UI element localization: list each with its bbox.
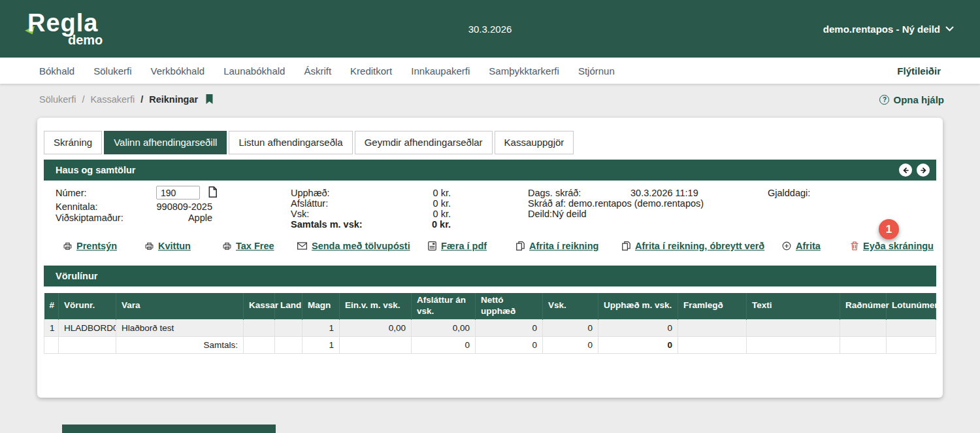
chevron-down-icon xyxy=(945,26,954,31)
col-header-unit-price-incl-vat: Ein.v. m. vsk. xyxy=(340,293,412,319)
tab-skraning[interactable]: Skráning xyxy=(44,131,102,154)
date-registered-value: 30.3.2026 11:19 xyxy=(630,188,698,198)
cell-index xyxy=(44,336,59,353)
question-circle-icon: ? xyxy=(879,95,889,105)
copy-to-invoice-link[interactable]: Afrita í reikning xyxy=(516,241,598,251)
breadcrumb-kassakerfi[interactable]: Kassakerfi xyxy=(90,94,135,105)
trash-icon xyxy=(851,241,858,251)
totals-label: Samtals: xyxy=(116,336,244,353)
tab-listun-afhendingarsedla[interactable]: Listun afhendingarseðla xyxy=(229,131,352,154)
copy-icon xyxy=(622,241,630,251)
plus-circle-icon xyxy=(782,241,791,251)
print-preview-label: Prentsýn xyxy=(76,241,117,251)
col-header-text: Texti xyxy=(747,293,840,319)
col-header-net-amount: Nettó upphæð xyxy=(476,293,543,319)
open-help-link[interactable]: ? Opna hjálp xyxy=(879,94,944,105)
delete-record-link[interactable]: Eyða skráningu xyxy=(851,241,934,251)
nav-item-askrift[interactable]: Áskrift xyxy=(304,65,331,77)
previous-record-button[interactable] xyxy=(899,164,912,177)
printer-icon xyxy=(145,242,154,251)
receipt-link[interactable]: Kvittun xyxy=(145,241,191,251)
cell-discount: 0,00 xyxy=(412,319,476,336)
nav-item-kreditkort[interactable]: Kreditkort xyxy=(350,65,392,77)
footer-bar-partial xyxy=(62,424,276,433)
cell-vat: 0 xyxy=(543,319,598,336)
table-row[interactable]: 1 HLADBORD01 Hlaðborð test 1 0,00 0,00 0… xyxy=(44,319,936,336)
reload-record-icon[interactable] xyxy=(208,186,217,199)
next-record-button[interactable] xyxy=(917,164,930,177)
nav-item-stjornun[interactable]: Stjórnun xyxy=(578,65,615,77)
print-preview-link[interactable]: Prentsýn xyxy=(63,241,117,251)
cell-country xyxy=(275,319,302,336)
col-header-margin: Framlegð xyxy=(678,293,747,319)
breadcrumb-separator: / xyxy=(82,94,84,105)
date-registered-label: Dags. skráð: xyxy=(528,188,581,198)
tab-valinn-afhendingarsedill[interactable]: Valinn afhendingarseðill xyxy=(104,131,227,154)
copy-icon xyxy=(516,241,525,251)
invoice-panel: Skráning Valinn afhendingarseðill Listun… xyxy=(37,118,943,398)
cell-text xyxy=(747,319,840,336)
envelope-icon xyxy=(297,242,307,250)
discount-label: Afsláttur: xyxy=(291,198,328,209)
receipt-label: Kvittun xyxy=(158,241,191,251)
header-totals-title: Haus og samtölur xyxy=(56,165,135,175)
shortcuts-link[interactable]: Flýtileiðir xyxy=(897,65,941,77)
tab-geymdir-afhendingarsedlar[interactable]: Geymdir afhendingarseðlar xyxy=(355,131,493,154)
record-nav-arrows xyxy=(899,164,930,177)
col-header-product-number: Vörunr. xyxy=(59,293,116,319)
bookmark-icon[interactable] xyxy=(204,94,214,107)
nav-item-innkaupakerfi[interactable]: Innkaupakerfi xyxy=(411,65,470,77)
copy-to-invoice-same-price-link[interactable]: Afrita í reikning, óbreytt verð xyxy=(622,241,764,251)
export-pdf-label: Færa í pdf xyxy=(441,241,487,251)
due-date-label: Gjalddagi: xyxy=(768,188,810,198)
number-input[interactable] xyxy=(156,186,200,199)
user-menu[interactable]: demo.rentapos - Ný deild xyxy=(823,24,954,35)
cell-amount-incl-vat: 0 xyxy=(598,319,678,336)
cell-quantity-total: 1 xyxy=(302,336,340,353)
cell-margin xyxy=(678,319,747,336)
cell-lot-number xyxy=(887,319,936,336)
nav-item-verkbokhald[interactable]: Verkbókhald xyxy=(151,65,205,77)
discount-value: 0 kr. xyxy=(433,198,451,209)
cell-quantity: 1 xyxy=(302,319,340,336)
national-id-label: Kennitala: xyxy=(56,201,98,212)
col-header-country: Land xyxy=(275,293,302,319)
registered-by-label: Skráð af: xyxy=(528,198,566,209)
nav-item-solukerfi[interactable]: Sölukerfi xyxy=(93,65,131,77)
total-incl-vat-label: Samtals m. vsk: xyxy=(291,219,363,230)
nav-item-samthykktarkerfi[interactable]: Samþykktarkerfi xyxy=(489,65,559,77)
nav-item-launabokhald[interactable]: Launabókhald xyxy=(223,65,285,77)
product-lines-table: # Vörunr. Vara Kassar Land Magn Ein.v. m… xyxy=(44,293,936,354)
cell-product: Hlaðborð test xyxy=(116,319,244,336)
totals-row: Samtals: 1 0 0 0 0 xyxy=(44,336,936,353)
app-header: Regla demo 30.3.2026 demo.rentapos - Ný … xyxy=(0,0,980,58)
cell-index: 1 xyxy=(44,319,59,336)
tab-kassauppgjor[interactable]: Kassauppgjör xyxy=(495,131,574,154)
col-header-serial-number: Raðnúmer xyxy=(840,293,887,319)
cell-lot-number xyxy=(887,336,936,353)
cell-unit-price: 0,00 xyxy=(340,319,412,336)
send-email-link[interactable]: Senda með tölvupósti xyxy=(297,241,410,251)
customer-value: Apple xyxy=(188,213,212,223)
cell-serial-number xyxy=(840,319,887,336)
main-nav: Bókhald Sölukerfi Verkbókhald Launabókha… xyxy=(0,58,980,84)
user-menu-label: demo.rentapos - Ný deild xyxy=(823,24,940,35)
col-header-quantity: Magn xyxy=(302,293,340,319)
product-lines-title: Vörulínur xyxy=(56,271,97,281)
breadcrumb-solukerfi[interactable]: Sölukerfi xyxy=(39,94,76,105)
col-header-discount-excl-vat: Afsláttur án vsk. xyxy=(412,293,476,319)
arrow-right-icon xyxy=(920,167,927,174)
cell-margin xyxy=(678,336,747,353)
export-pdf-link[interactable]: Færa í pdf xyxy=(428,241,487,251)
table-header-row: # Vörunr. Vara Kassar Land Magn Ein.v. m… xyxy=(44,293,936,319)
cell-boxes xyxy=(244,319,275,336)
tax-free-link[interactable]: Tax Free xyxy=(223,241,274,251)
copy-link[interactable]: Afrita xyxy=(782,241,821,251)
breadcrumb: Sölukerfi / Kassakerfi / Reikningar ? Op… xyxy=(0,84,980,118)
delete-record-label: Eyða skráningu xyxy=(863,241,934,251)
vat-label: Vsk: xyxy=(291,209,309,219)
nav-item-bokhald[interactable]: Bókhald xyxy=(39,65,74,77)
number-label: Númer: xyxy=(56,188,87,198)
department-label: Deild:Ný deild xyxy=(528,209,586,219)
tab-bar: Skráning Valinn afhendingarseðill Listun… xyxy=(44,131,574,154)
